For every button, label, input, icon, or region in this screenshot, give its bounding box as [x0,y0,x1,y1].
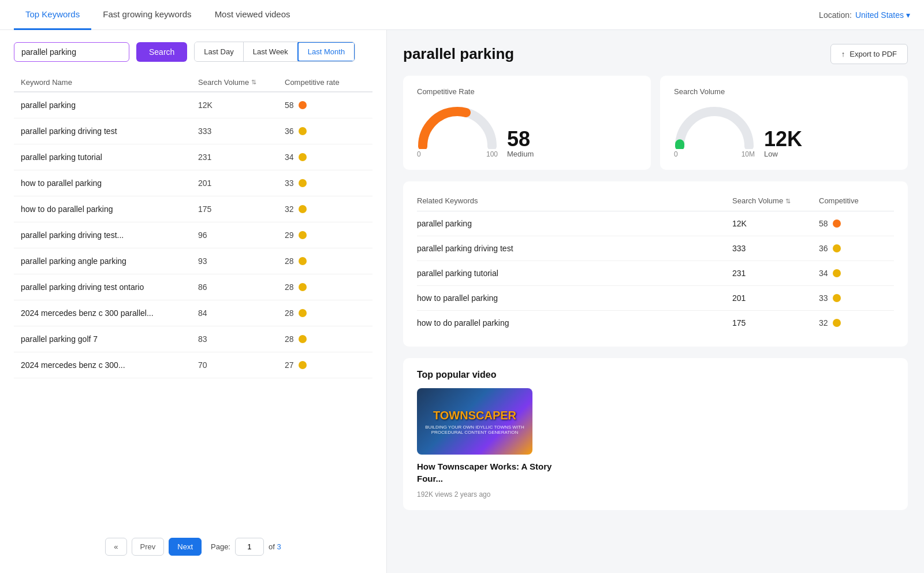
related-keywords-card: Related Keywords Search Volume ⇅ Competi… [403,181,908,347]
video-section: Top popular video TOWNSCAPER BUILDING YO… [403,358,908,510]
volume-cell: 86 [198,282,285,292]
competitive-rate-card: Competitive Rate 0 [403,76,651,170]
nav-tabs: Top Keywords Fast growing keywords Most … [14,0,302,30]
keyword-cell: how to parallel parking [21,178,198,188]
keyword-cell: parallel parking golf 7 [21,334,198,344]
table-row[interactable]: parallel parking golf 7 83 28 [14,326,372,352]
volume-cell: 96 [198,230,285,240]
rate-cell: 28 [285,282,366,292]
keyword-cell: parallel parking tutorial [21,152,198,162]
period-last-day[interactable]: Last Day [195,42,243,61]
competitive-rate-value: 58 [507,129,530,150]
rate-cell: 34 [285,152,366,162]
video-meta: 192K views 2 years ago [417,490,556,498]
search-bar: Search Last Day Last Week Last Month [14,42,372,62]
table-row[interactable]: parallel parking 12K 58 [14,92,372,118]
video-card[interactable]: TOWNSCAPER BUILDING YOUR OWN IDYLLIC TOW… [417,388,556,498]
location-link[interactable]: United States ▾ [855,10,910,20]
rate-cell: 36 [285,126,366,136]
rate-cell: 32 [285,204,366,214]
video-thumb-content: TOWNSCAPER BUILDING YOUR OWN IDYLLIC TOW… [417,404,532,440]
rate-cell: 29 [285,230,366,240]
search-input[interactable] [14,42,129,62]
related-row: parallel parking tutorial 231 34 [417,261,894,286]
related-rate: 34 [819,269,894,278]
search-volume-gauge: 0 10M 12K Low [674,103,894,158]
prev-page-button[interactable]: Prev [132,538,165,556]
rate-dot [299,205,307,213]
table-row[interactable]: parallel parking angle parking 93 28 [14,248,372,274]
search-volume-card: Search Volume 0 10M [660,76,908,170]
table-row[interactable]: 2024 mercedes benz c 300 parallel... 84 … [14,300,372,326]
table-row[interactable]: 2024 mercedes benz c 300... 70 27 [14,352,372,378]
period-last-week[interactable]: Last Week [244,42,298,61]
keyword-cell: parallel parking angle parking [21,256,198,266]
gauge-svg-volume [674,103,755,149]
related-rate: 33 [819,293,894,303]
keyword-cell: parallel parking driving test... [21,230,198,240]
rate-dot [299,283,307,291]
keyword-cell: 2024 mercedes benz c 300 parallel... [21,308,198,318]
col-search-volume: Search Volume ⇅ [198,78,285,87]
related-keyword: parallel parking tutorial [417,269,732,278]
related-rows: parallel parking 12K 58 parallel parking… [417,211,894,335]
keyword-title: parallel parking [403,45,514,63]
tab-fast-growing[interactable]: Fast growing keywords [91,0,203,30]
video-title: How Townscaper Works: A Story Four... [417,460,556,485]
volume-cell: 231 [198,152,285,162]
video-section-title: Top popular video [417,370,894,380]
search-volume-value-block: 12K Low [764,129,802,158]
right-header: parallel parking ↑ Export to PDF [403,44,908,64]
related-sort-icon: ⇅ [785,198,791,204]
table-row[interactable]: parallel parking driving test 333 36 [14,118,372,144]
table-row[interactable]: how to do parallel parking 175 32 [14,196,372,222]
table-row[interactable]: parallel parking driving test ontario 86… [14,274,372,300]
rate-dot [299,231,307,239]
volume-cell: 70 [198,360,285,370]
tab-top-keywords[interactable]: Top Keywords [14,0,91,30]
top-nav: Top Keywords Fast growing keywords Most … [0,0,924,30]
related-rate: 58 [819,219,894,228]
table-row[interactable]: parallel parking tutorial 231 34 [14,144,372,170]
location-label: Location: [819,10,852,20]
related-row: parallel parking driving test 333 36 [417,236,894,261]
related-volume: 12K [732,219,819,228]
page-of-label: of 3 [269,542,281,551]
page-input[interactable] [235,538,264,556]
rate-cell: 33 [285,178,366,188]
related-col-volume: Search Volume ⇅ [732,196,819,205]
tab-most-viewed[interactable]: Most viewed videos [203,0,302,30]
competitive-rate-value-block: 58 Medium [507,129,534,158]
related-row: parallel parking 12K 58 [417,211,894,236]
related-rate-dot [833,319,841,327]
keyword-cell: how to do parallel parking [21,204,198,214]
related-row: how to do parallel parking 175 32 [417,311,894,335]
search-button[interactable]: Search [136,42,187,62]
volume-cell: 84 [198,308,285,318]
search-volume-value: 12K [764,129,802,150]
search-volume-label: Search Volume [674,87,894,96]
export-button[interactable]: ↑ Export to PDF [830,44,908,64]
metrics-row: Competitive Rate 0 [403,76,908,170]
keywords-table: Keyword Name Search Volume ⇅ Competitive… [14,73,372,526]
right-panel: parallel parking ↑ Export to PDF Competi… [387,30,924,573]
related-rate-dot [833,244,841,252]
first-page-button[interactable]: « [105,538,126,556]
related-rate-dot [833,269,841,277]
total-pages: 3 [277,542,281,551]
table-row[interactable]: parallel parking driving test... 96 29 [14,222,372,248]
competitive-rate-level: Medium [507,150,534,158]
related-keyword: how to parallel parking [417,293,732,303]
related-row: how to parallel parking 201 33 [417,286,894,311]
volume-cell: 83 [198,334,285,344]
location-selector: Location: United States ▾ [819,10,910,20]
related-keyword: how to do parallel parking [417,318,732,328]
period-last-month[interactable]: Last Month [297,42,355,62]
table-row[interactable]: how to parallel parking 201 33 [14,170,372,196]
related-keyword: parallel parking driving test [417,244,732,253]
rate-dot [299,179,307,187]
chevron-down-icon: ▾ [906,10,910,20]
related-rate: 32 [819,318,894,328]
gauge-svg-competitive [417,103,498,149]
next-page-button[interactable]: Next [169,538,202,556]
